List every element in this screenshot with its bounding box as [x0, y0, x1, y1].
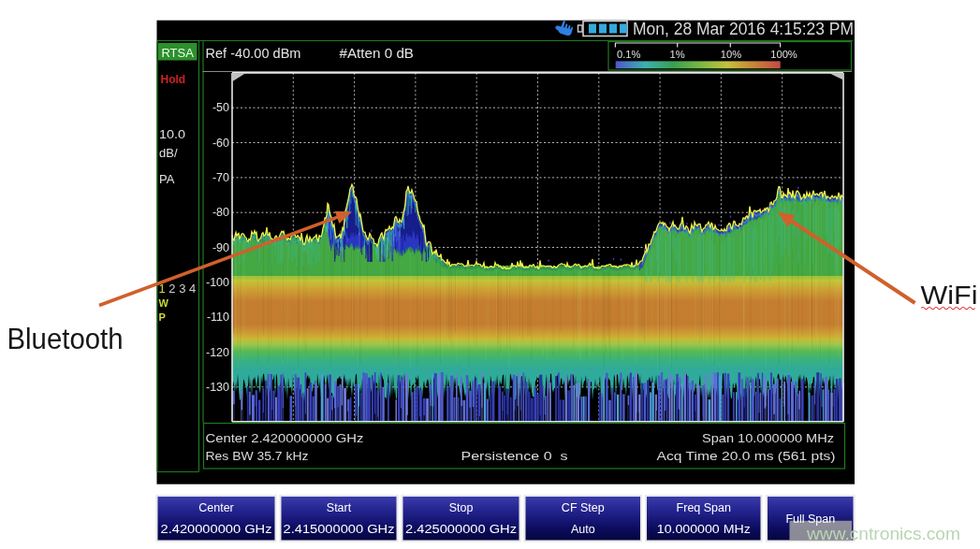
svg-text:Span 10.000000 MHz: Span 10.000000 MHz	[702, 431, 834, 445]
svg-text:-130: -130	[206, 381, 229, 394]
svg-text:W: W	[159, 297, 169, 309]
svg-text:-60: -60	[212, 137, 229, 150]
svg-text:CF Step: CF Step	[562, 501, 605, 514]
svg-text:#Atten 0 dB: #Atten 0 dB	[340, 45, 415, 61]
svg-text:Persistence 0 s: Persistence 0 s	[461, 449, 569, 463]
svg-text:Freq Span: Freq Span	[677, 501, 731, 514]
svg-text:1%: 1%	[669, 49, 684, 60]
svg-text:-100: -100	[206, 276, 229, 289]
svg-text:0.1%: 0.1%	[617, 49, 641, 60]
svg-text:Auto: Auto	[571, 523, 595, 536]
svg-text:-120: -120	[206, 346, 229, 359]
svg-text:www.cntronics.com: www.cntronics.com	[806, 525, 960, 543]
svg-text:Acq Time 20.0 ms (561 pts): Acq Time 20.0 ms (561 pts)	[657, 449, 836, 463]
svg-text:-50: -50	[212, 101, 229, 114]
svg-text:2.415000000 GHz: 2.415000000 GHz	[284, 523, 395, 536]
svg-text:2.425000000 GHz: 2.425000000 GHz	[405, 523, 517, 536]
svg-text:Hold: Hold	[161, 73, 186, 86]
svg-text:Center: Center	[198, 501, 234, 514]
svg-text:-90: -90	[212, 241, 229, 254]
svg-text:2.420000000 GHz: 2.420000000 GHz	[161, 523, 272, 536]
svg-text:RTSA: RTSA	[161, 46, 194, 60]
svg-text:P: P	[159, 311, 166, 323]
svg-text:10.0: 10.0	[159, 127, 185, 141]
svg-text:PA: PA	[159, 172, 175, 186]
svg-text:10%: 10%	[721, 49, 741, 60]
svg-text:Res BW 35.7 kHz: Res BW 35.7 kHz	[206, 449, 309, 463]
svg-text:10.000000 MHz: 10.000000 MHz	[657, 523, 751, 536]
svg-text:-70: -70	[212, 171, 229, 184]
svg-text:Start: Start	[327, 501, 352, 514]
svg-text:-110: -110	[207, 311, 229, 324]
svg-text:100%: 100%	[770, 49, 797, 60]
svg-text:Center 2.420000000 GHz: Center 2.420000000 GHz	[206, 431, 364, 445]
svg-text:Mon, 28 Mar 2016 4:15:23 PM: Mon, 28 Mar 2016 4:15:23 PM	[633, 20, 854, 38]
svg-text:-80: -80	[212, 206, 229, 219]
svg-text:Ref -40.00 dBm: Ref -40.00 dBm	[206, 45, 301, 61]
svg-text:Bluetooth: Bluetooth	[7, 323, 124, 355]
svg-text:WiFi: WiFi	[921, 280, 978, 310]
svg-text:dB/: dB/	[159, 146, 178, 160]
svg-text:Stop: Stop	[449, 501, 474, 514]
svg-text:Full Span: Full Span	[785, 513, 835, 526]
